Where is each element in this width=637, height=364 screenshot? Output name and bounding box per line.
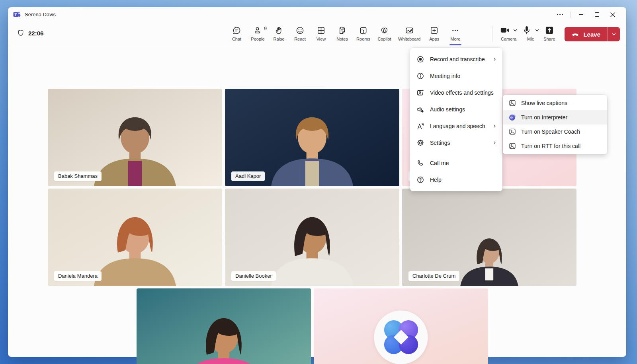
menu-item-help[interactable]: Help <box>410 171 502 188</box>
participant-name-label: Charlotte De Crum <box>408 271 459 281</box>
react-button[interactable]: React <box>289 22 311 46</box>
share-button[interactable]: Share <box>543 22 555 41</box>
people-button[interactable]: 9 People <box>247 22 268 46</box>
people-count-badge: 9 <box>264 26 267 31</box>
help-icon <box>416 176 424 184</box>
rooms-button[interactable]: Rooms <box>353 22 374 46</box>
settings-gear-icon <box>416 139 424 147</box>
window-more-options-button[interactable] <box>552 9 568 21</box>
mic-button[interactable]: Mic <box>522 22 539 41</box>
more-icon <box>451 25 460 35</box>
toolbar-items: Chat 9 People <box>226 22 466 46</box>
view-button[interactable]: View <box>311 22 332 46</box>
submenu-item-turn-on-speaker-coach[interactable]: Turn on Speaker Coach <box>503 125 607 139</box>
titlebar: Serena Davis <box>8 7 626 22</box>
view-icon <box>317 25 326 35</box>
shield-icon <box>17 29 25 37</box>
video-tile-babak-shammas[interactable]: Babak Shammas <box>48 89 222 186</box>
leave-dropdown-button[interactable] <box>608 27 620 41</box>
whiteboard-button[interactable]: Whiteboard <box>395 22 424 46</box>
participant-silhouette <box>449 230 530 286</box>
captions-image-icon <box>508 99 516 107</box>
camera-dropdown-chevron-icon[interactable] <box>513 28 518 33</box>
hangup-icon <box>571 30 580 39</box>
apps-icon <box>430 25 439 35</box>
titlebar-divider <box>570 12 571 18</box>
ellipsis-icon <box>557 14 563 15</box>
teams-logo-icon <box>13 11 21 18</box>
copilot-button[interactable]: Copilot <box>374 22 395 46</box>
minimize-icon <box>579 14 583 15</box>
more-menu: Record and transcribe Meeting info Video… <box>410 48 502 191</box>
meeting-timer: 22:06 <box>17 29 43 37</box>
close-icon <box>610 12 615 17</box>
participant-name-label: Aadi Kapor <box>231 171 265 181</box>
participant-silhouette <box>255 107 369 186</box>
teams-meeting-window: Serena Davis 22:06 <box>8 7 626 357</box>
audio-settings-icon <box>416 105 424 113</box>
camera-icon <box>500 25 510 35</box>
interpreter-icon <box>508 113 516 121</box>
apps-button[interactable]: Apps <box>424 22 445 46</box>
video-tile-danielle-booker[interactable]: Danielle Booker <box>225 189 399 286</box>
leave-button[interactable]: Leave <box>565 27 620 41</box>
facilitator-logo-circle <box>374 310 428 364</box>
menu-item-video-effects[interactable]: Video effects and settings <box>410 84 502 101</box>
toolbar-divider <box>492 26 492 42</box>
menu-item-record-and-transcribe[interactable]: Record and transcribe <box>410 51 502 68</box>
elapsed-time: 22:06 <box>28 30 43 37</box>
maximize-button[interactable] <box>589 9 605 21</box>
video-effects-icon <box>416 89 424 97</box>
rooms-icon <box>359 25 368 35</box>
submenu-item-show-live-captions[interactable]: Show live captions <box>503 96 607 110</box>
notes-icon <box>338 25 347 35</box>
chat-button[interactable]: Chat <box>226 22 247 46</box>
rtt-image-icon <box>508 142 516 150</box>
video-tile-aadi-kapor[interactable]: Aadi Kapor <box>225 89 399 186</box>
meeting-toolbar: 22:06 Chat 9 <box>8 22 626 46</box>
info-icon <box>416 72 424 80</box>
video-tile-daniela-mandera[interactable]: Daniela Mandera <box>48 189 222 286</box>
chat-icon <box>232 25 241 35</box>
language-speech-submenu: Show live captions Turn on Interpreter <box>503 95 607 154</box>
mic-icon <box>522 25 532 35</box>
record-icon <box>416 55 424 63</box>
share-icon <box>544 25 555 35</box>
participant-name-label: Danielle Booker <box>231 271 276 281</box>
chevron-right-icon <box>492 57 497 62</box>
raise-hand-icon <box>274 25 283 35</box>
participant-name-label: Daniela Mandera <box>54 271 102 281</box>
mic-dropdown-chevron-icon[interactable] <box>535 28 539 33</box>
chevron-right-icon <box>492 140 497 145</box>
leave-label: Leave <box>583 31 600 38</box>
minimize-button[interactable] <box>573 9 589 21</box>
menu-divider <box>410 153 502 153</box>
more-button[interactable]: More <box>445 22 466 46</box>
people-icon <box>253 25 262 35</box>
submenu-item-turn-on-interpreter[interactable]: Turn on Interpreter <box>503 110 607 125</box>
menu-item-audio-settings[interactable]: Audio settings <box>410 101 502 118</box>
leave-dropdown-chevron-icon <box>612 32 616 37</box>
video-grid: Babak Shammas Aadi Kapor A <box>8 46 626 356</box>
notes-button[interactable]: Notes <box>332 22 353 46</box>
participant-name-label: Babak Shammas <box>54 171 102 181</box>
copilot-icon <box>380 25 389 35</box>
maximize-icon <box>595 12 599 17</box>
submenu-item-turn-on-rtt[interactable]: Turn on RTT for this call <box>503 139 607 153</box>
video-tile-charlotte-de-crum[interactable]: Charlotte De Crum <box>402 189 576 286</box>
whiteboard-icon <box>405 25 414 35</box>
menu-item-meeting-info[interactable]: Meeting info <box>410 68 502 84</box>
camera-button[interactable]: Camera <box>500 22 518 41</box>
react-icon <box>295 25 305 35</box>
chevron-right-icon <box>492 124 497 128</box>
video-tile-facilitator[interactable]: Facilitator <box>314 288 488 364</box>
raise-hand-button[interactable]: Raise <box>268 22 289 46</box>
speaker-coach-image-icon <box>508 128 516 136</box>
language-icon <box>416 122 424 130</box>
menu-item-settings[interactable]: Settings <box>410 134 502 151</box>
close-button[interactable] <box>605 9 621 21</box>
menu-item-language-and-speech[interactable]: Language and speech <box>410 118 502 134</box>
call-me-phone-icon <box>416 159 424 167</box>
video-tile-jessica-kline[interactable]: Jessica Kline <box>137 288 311 364</box>
menu-item-call-me[interactable]: Call me <box>410 155 502 171</box>
